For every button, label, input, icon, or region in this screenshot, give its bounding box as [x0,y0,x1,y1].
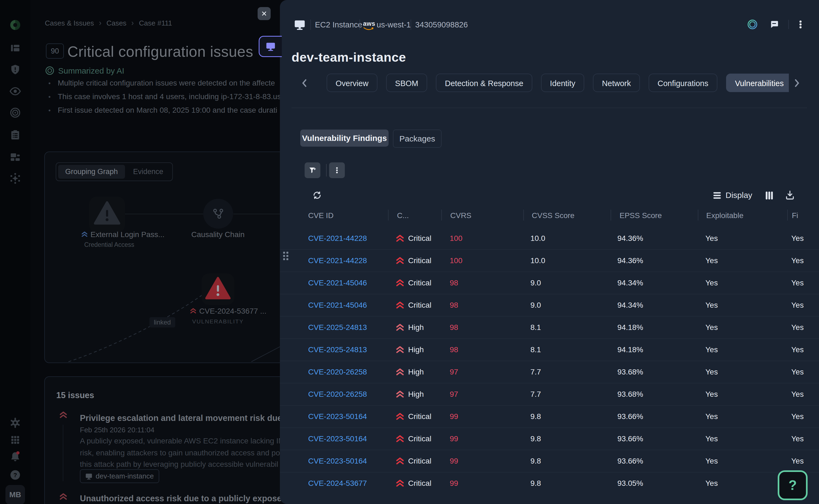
display-label[interactable]: Display [726,191,752,200]
causality-node-label[interactable]: Causality Chain [191,230,244,239]
asset-pin-tab[interactable] [259,36,282,57]
col-epss-score[interactable]: EPSS Score [620,211,662,220]
region-label: us-west-1 [376,20,411,30]
table-row[interactable]: CVE-2021-45046 Critical 98 9.0 94.34% Ye… [280,294,819,316]
alert-node-label[interactable]: External Login Pass... [90,230,164,239]
ai-spark-icon[interactable] [9,172,21,184]
toolbar-divider [326,164,326,177]
cve-link[interactable]: CVE-2021-45046 [308,279,367,287]
fix-value: Yes [791,301,804,310]
table-row[interactable]: CVE-2023-50164 Critical 99 9.8 93.66% Ye… [280,450,819,472]
tabs-scroll-right-icon[interactable] [791,78,802,89]
table-row[interactable]: CVE-2020-26258 High 97 7.7 93.68% Yes Ye… [280,361,819,383]
ai-rings-icon[interactable] [747,19,758,30]
kebab-menu-icon[interactable] [796,20,805,29]
columns-icon[interactable] [765,191,774,200]
cvss-value: 7.7 [531,368,541,376]
branch-icon [212,207,224,220]
severity-label: High [408,345,424,354]
packages-button[interactable]: Packages [393,130,442,148]
avatar[interactable]: MB [5,485,25,504]
refresh-icon[interactable] [312,191,322,200]
download-icon[interactable] [785,190,795,200]
severity-icon [395,434,404,443]
col-fix[interactable]: Fi [792,211,798,220]
chat-icon[interactable] [770,20,779,29]
vuln-node-label[interactable]: CVE-2024-53677 ... [199,307,266,316]
cve-link[interactable]: CVE-2021-45046 [308,301,367,310]
table-row[interactable]: CVE-2021-45046 Critical 98 9.0 94.34% Ye… [280,272,819,294]
col-severity[interactable]: C... [397,211,409,220]
target-icon[interactable] [9,107,21,119]
table-row[interactable]: CVE-2023-50164 Critical 99 9.8 93.66% Ye… [280,405,819,427]
issue-title[interactable]: Unauthorized access risk due to a public… [80,494,281,503]
help-icon[interactable]: ? [9,469,21,481]
issue-title[interactable]: Privilege escalation and lateral movemen… [80,413,281,423]
table-row[interactable]: CVE-2021-44228 Critical 100 10.0 94.36% … [280,228,819,249]
brand-logo-icon[interactable] [9,19,21,31]
cve-link[interactable]: CVE-2023-50164 [308,434,367,443]
cve-link[interactable]: CVE-2023-50164 [308,412,367,421]
col-exploitable[interactable]: Exploitable [706,211,743,220]
tab-vulnerabilities[interactable]: Vulnerabilities [726,74,789,92]
apps-grid-icon[interactable] [9,434,21,446]
shield-alert-icon[interactable] [9,64,21,75]
vulnerability-triangle-icon[interactable] [205,276,231,300]
inventory-icon[interactable] [9,151,21,163]
tab-configurations[interactable]: Configurations [649,74,717,92]
severity-label: Critical [408,279,432,287]
cve-link[interactable]: CVE-2024-53677 [308,479,367,488]
cve-link[interactable]: CVE-2021-44228 [308,256,367,265]
close-panel-button[interactable] [257,7,271,20]
col-cvrs[interactable]: CVRS [450,211,472,220]
severity-icon [395,323,404,332]
asset-type-label: EC2 Instance [315,20,362,30]
cve-link[interactable]: CVE-2023-50164 [308,457,367,465]
severity-icon [395,301,404,310]
breadcrumb-cases[interactable]: Cases [106,19,127,27]
grouping-graph-card: Grouping Graph Evidence External Login P… [44,152,295,363]
exploitable-value: Yes [705,279,718,287]
table-row[interactable]: CVE-2023-50164 Critical 99 9.8 93.66% Ye… [280,427,819,450]
tab-sbom[interactable]: SBOM [386,74,427,92]
col-cvss-score[interactable]: CVSS Score [532,211,575,220]
clipboard-icon[interactable] [9,129,21,141]
tabs-scroll-left-icon[interactable] [299,78,310,89]
tab-overview[interactable]: Overview [326,74,377,92]
fix-value: Yes [791,457,804,465]
cve-link[interactable]: CVE-2025-24813 [308,323,367,332]
eye-icon[interactable] [9,85,21,97]
cve-link[interactable]: CVE-2021-44228 [308,234,367,243]
table-row[interactable]: CVE-2025-24813 High 98 8.1 94.18% Yes Ye… [280,316,819,338]
vulnerability-findings-button[interactable]: Vulnerability Findings [300,130,388,147]
cve-link[interactable]: CVE-2025-24813 [308,345,367,354]
settings-gear-icon[interactable] [9,417,21,429]
display-icon[interactable] [713,191,722,200]
fix-value: Yes [791,368,804,376]
severity-icon [395,367,404,377]
grouping-graph-tab[interactable]: Grouping Graph [58,165,125,179]
tab-identity[interactable]: Identity [541,74,585,92]
table-row[interactable]: CVE-2024-53677 Critical 99 9.8 93.05% Ye… [280,472,819,494]
asset-tag-chip[interactable]: dev-team-instance [80,469,159,483]
evidence-tab[interactable]: Evidence [126,165,170,179]
help-fab-button[interactable]: ? [778,470,808,500]
alert-triangle-icon[interactable] [93,200,121,225]
table-options-button[interactable] [329,162,345,178]
causality-chain-node[interactable] [203,199,233,229]
table-row[interactable]: CVE-2020-26258 High 97 7.7 93.68% Yes Ye… [280,383,819,405]
tab-network[interactable]: Network [593,74,640,92]
breadcrumb-cases-issues[interactable]: Cases & Issues [45,19,94,27]
panel-resize-handle[interactable] [281,250,290,261]
tab-detection-response[interactable]: Detection & Response [436,74,532,92]
cve-link[interactable]: CVE-2020-26258 [308,390,367,399]
edge-label-linked: linked [149,317,175,327]
table-row[interactable]: CVE-2021-44228 Critical 100 10.0 94.36% … [280,249,819,272]
epss-value: 94.34% [617,279,643,287]
cve-link[interactable]: CVE-2020-26258 [308,368,367,376]
table-row[interactable]: CVE-2025-24813 High 98 8.1 94.18% Yes Ye… [280,338,819,361]
boards-icon[interactable] [9,42,21,54]
col-cve-id[interactable]: CVE ID [308,211,333,220]
filter-button[interactable] [304,162,320,178]
notifications-bell-icon[interactable] [9,451,21,463]
